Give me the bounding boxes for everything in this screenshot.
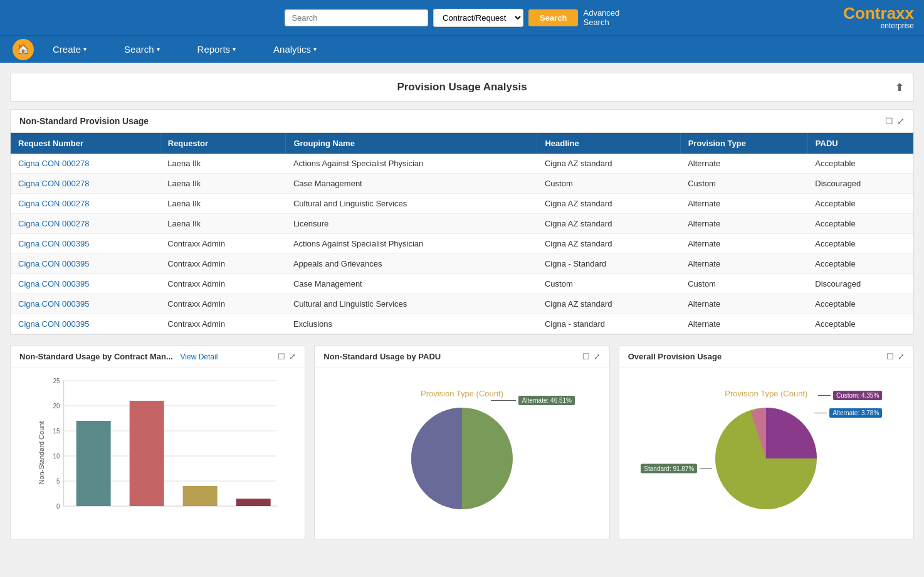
charts-row: Non-Standard Usage by Contract Man... Vi… — [10, 345, 914, 539]
padu-cell: Acceptable — [807, 154, 913, 174]
chart1-checkbox-icon[interactable]: ☐ — [278, 352, 285, 361]
chart2-legend-alternate: Alternate: 46.51% — [518, 396, 575, 405]
padu-cell: Acceptable — [807, 314, 913, 334]
nav-search-arrow: ▾ — [157, 46, 160, 53]
request-link[interactable]: Cigna CON 000395 — [18, 299, 89, 309]
export-icon[interactable]: ⬆ — [895, 82, 903, 93]
table-row: Cigna CON 000395 Contraxx Admin Appeals … — [11, 254, 913, 274]
chart3-icons: ☐ ⤢ — [886, 352, 905, 361]
nav-search[interactable]: Search ▾ — [124, 36, 160, 62]
type-cell: Alternate — [680, 194, 807, 214]
requestor-cell: Contraxx Admin — [160, 254, 286, 274]
type-cell: Alternate — [680, 294, 807, 314]
logo-sub: enterprise — [843, 21, 914, 30]
requestor-cell: Laena Ilk — [160, 154, 286, 174]
table-expand-icon[interactable]: ⤢ — [897, 116, 905, 126]
nav-analytics-arrow: ▾ — [313, 46, 317, 53]
table-checkbox-icon[interactable]: ☐ — [885, 116, 893, 126]
table-row: Cigna CON 000395 Contraxx Admin Exclusio… — [11, 314, 913, 334]
bar-chart-svg: Non-Standard Count 25 20 15 10 5 0 — [17, 374, 298, 531]
chart3-checkbox-icon[interactable]: ☐ — [886, 352, 894, 361]
chart1-view-detail[interactable]: View Detail — [181, 352, 218, 361]
search-input[interactable] — [285, 9, 428, 26]
svg-text:20: 20 — [53, 403, 61, 410]
nav-reports-label: Reports — [197, 44, 231, 55]
grouping-cell: Case Management — [286, 274, 537, 294]
page-title-bar: Provision Usage Analysis ⬆ — [10, 73, 914, 102]
chart3-legend-custom: Custom: 4.35% — [833, 391, 882, 400]
requestor-cell: Contraxx Admin — [160, 274, 286, 294]
chart2-expand-icon[interactable]: ⤢ — [594, 352, 601, 361]
chart3-header: Overall Provision Usage ☐ ⤢ — [619, 346, 913, 368]
chart3-legend-standard: Standard: 91.87% — [641, 464, 697, 474]
nav-reports-arrow: ▾ — [233, 46, 236, 53]
request-link[interactable]: Cigna CON 000278 — [18, 219, 89, 228]
chart3-title: Overall Provision Usage — [628, 352, 722, 361]
chart3-expand-icon[interactable]: ⤢ — [898, 352, 905, 361]
search-button[interactable]: Search — [528, 9, 578, 26]
type-cell: Alternate — [680, 314, 807, 334]
table-section: Non-Standard Provision Usage ☐ ⤢ Request… — [10, 109, 914, 335]
table-row: Cigna CON 000278 Laena Ilk Case Manageme… — [11, 174, 913, 194]
col-provision-type: Provision Type — [680, 133, 807, 154]
svg-text:0: 0 — [56, 503, 60, 510]
chart3-body: Provision Type (Count) — [619, 368, 913, 537]
logo-ontraxx: ontraxx — [855, 4, 914, 23]
search-category-dropdown[interactable]: Contract/RequestAllContractsRequests — [433, 9, 523, 27]
padu-cell: Discouraged — [807, 274, 913, 294]
requestor-cell: Contraxx Admin — [160, 314, 286, 334]
table-section-icons: ☐ ⤢ — [885, 116, 905, 126]
request-link[interactable]: Cigna CON 000395 — [18, 279, 89, 288]
chart2-panel: Non-Standard Usage by PADU ☐ ⤢ Provision… — [314, 345, 609, 539]
provision-table: Request Number Requestor Grouping Name H… — [11, 133, 913, 334]
headline-cell: Custom — [537, 174, 680, 194]
chart3-legend-alternate: Alternate: 3.78% — [829, 408, 882, 418]
request-link[interactable]: Cigna CON 000395 — [18, 259, 89, 268]
nav-create[interactable]: Create ▾ — [53, 36, 87, 62]
logo-text: Contraxx — [843, 5, 914, 21]
grouping-cell: Cultural and Linguistic Services — [286, 294, 537, 314]
chart2-body: Provision Type (Count) — [315, 368, 609, 537]
table-section-title: Non-Standard Provision Usage — [19, 116, 149, 126]
svg-text:25: 25 — [53, 378, 61, 384]
chart1-icons: ☐ ⤢ — [278, 352, 296, 361]
page-title: Provision Usage Analysis — [397, 81, 527, 93]
headline-cell: Cigna AZ standard — [537, 234, 680, 254]
nav-create-label: Create — [53, 44, 81, 55]
padu-cell: Discouraged — [807, 174, 913, 194]
type-cell: Custom — [680, 274, 807, 294]
headline-cell: Cigna AZ standard — [537, 154, 680, 174]
chart2-title: Non-Standard Usage by PADU — [323, 352, 441, 361]
nav-items: Create ▾ Search ▾ Reports ▾ Analytics ▾ — [53, 36, 317, 62]
type-cell: Alternate — [680, 234, 807, 254]
type-cell: Alternate — [680, 214, 807, 234]
search-area: Contract/RequestAllContractsRequests Sea… — [285, 8, 639, 27]
advanced-search-link[interactable]: Advanced Search — [583, 8, 639, 27]
request-link[interactable]: Cigna CON 000278 — [18, 199, 89, 208]
logo-c: C — [843, 4, 855, 23]
request-link[interactable]: Cigna CON 000278 — [18, 179, 89, 188]
chart3-pie-title: Provision Type (Count) — [725, 389, 807, 398]
requestor-cell: Laena Ilk — [160, 194, 286, 214]
chart2-checkbox-icon[interactable]: ☐ — [582, 352, 590, 361]
headline-cell: Cigna - standard — [537, 314, 680, 334]
type-cell: Custom — [680, 174, 807, 194]
request-link[interactable]: Cigna CON 000395 — [18, 239, 89, 248]
requestor-cell: Laena Ilk — [160, 174, 286, 194]
home-button[interactable]: 🏠 — [13, 39, 34, 60]
svg-text:5: 5 — [56, 478, 60, 485]
type-cell: Alternate — [680, 154, 807, 174]
nav-analytics[interactable]: Analytics ▾ — [273, 36, 317, 62]
grouping-cell: Licensure — [286, 214, 537, 234]
request-link[interactable]: Cigna CON 000395 — [18, 319, 89, 329]
chart1-expand-icon[interactable]: ⤢ — [289, 352, 296, 361]
nav-reports[interactable]: Reports ▾ — [197, 36, 236, 62]
col-padu: PADU — [807, 133, 913, 154]
request-link[interactable]: Cigna CON 000278 — [18, 159, 89, 168]
bar-4 — [236, 499, 271, 506]
col-grouping-name: Grouping Name — [286, 133, 537, 154]
padu-cell: Acceptable — [807, 194, 913, 214]
chart1-panel: Non-Standard Usage by Contract Man... Vi… — [10, 345, 305, 539]
headline-cell: Custom — [537, 274, 680, 294]
nav-create-arrow: ▾ — [83, 46, 87, 53]
